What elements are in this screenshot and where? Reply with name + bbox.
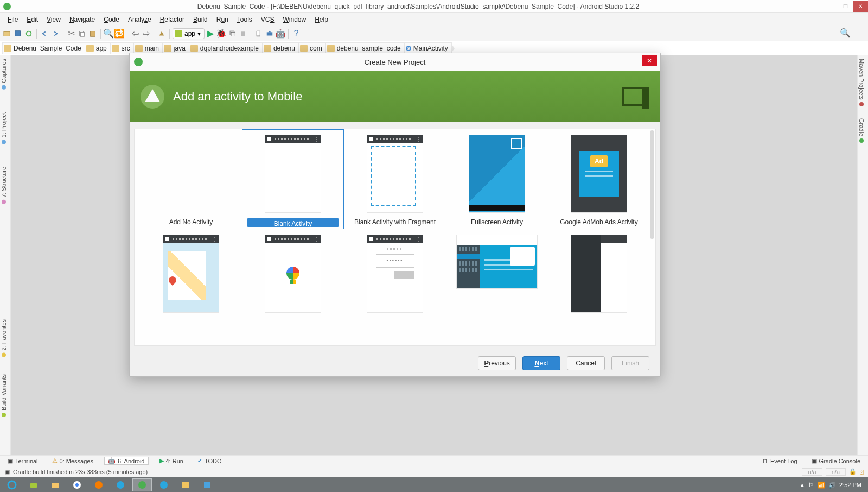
activity-tile-fullscreen[interactable]: Fullscreen Activity xyxy=(446,129,548,229)
menu-window[interactable]: Window xyxy=(278,15,310,24)
bottom-dock: ▣Terminal ⚠0: Messages 🤖6: Android ▶4: R… xyxy=(0,455,868,466)
menu-run[interactable]: Run xyxy=(212,15,233,24)
menu-refactor[interactable]: Refactor xyxy=(156,15,189,24)
folder-icon xyxy=(135,45,143,52)
redo-icon[interactable] xyxy=(50,29,60,39)
tray-network-icon[interactable]: 📶 xyxy=(818,482,825,489)
run-icon[interactable]: ▶ xyxy=(206,29,215,39)
dock-tab-build-variants[interactable]: Build Variants xyxy=(0,371,8,420)
cut-icon[interactable]: ✂ xyxy=(66,29,76,39)
dock-tab-captures[interactable]: Captures xyxy=(0,55,8,93)
taskbar-notes-icon[interactable] xyxy=(176,478,195,491)
undo-icon[interactable] xyxy=(40,29,49,39)
taskbar-firefox-icon[interactable] xyxy=(89,478,108,491)
toggle-toolwindows-icon[interactable]: ▣ xyxy=(4,468,10,475)
paste-icon[interactable] xyxy=(88,29,98,39)
dock-tab-project[interactable]: 1: Project xyxy=(0,109,8,147)
structure-icon xyxy=(2,200,6,204)
menu-code[interactable]: Code xyxy=(99,15,124,24)
menu-navigate[interactable]: Navigate xyxy=(65,15,99,24)
taskbar-android-studio-icon[interactable] xyxy=(132,478,152,491)
taskbar-ie-icon[interactable] xyxy=(2,478,22,491)
find-icon[interactable]: 🔍 xyxy=(104,29,113,39)
activity-tile-nav-drawer[interactable] xyxy=(548,229,650,329)
window-maximize-button[interactable]: ☐ xyxy=(838,1,853,12)
dock-tab-gradle-console[interactable]: ▣Gradle Console xyxy=(808,457,864,464)
project-icon xyxy=(2,140,6,144)
save-all-icon[interactable] xyxy=(13,29,23,39)
svg-rect-4 xyxy=(80,32,84,36)
menu-vcs[interactable]: VCS xyxy=(257,15,279,24)
help-icon[interactable]: ? xyxy=(291,29,301,39)
debug-icon[interactable]: 🐞 xyxy=(216,29,226,39)
make-project-icon[interactable] xyxy=(157,29,167,39)
folder-icon xyxy=(86,45,94,52)
svg-rect-8 xyxy=(267,32,273,35)
run-config-label: app xyxy=(184,30,195,37)
copy-icon[interactable] xyxy=(77,29,87,39)
taskbar-pictures-icon[interactable] xyxy=(197,478,217,491)
taskbar-explorer-icon[interactable] xyxy=(46,478,65,491)
avd-manager-icon[interactable] xyxy=(254,29,264,39)
dock-tab-run[interactable]: ▶4: Run xyxy=(156,457,187,464)
hints-icon[interactable]: ⍰ xyxy=(860,469,864,475)
dock-tab-structure[interactable]: 7: Structure xyxy=(0,163,8,207)
activity-tile-login[interactable]: ⋮•••••• xyxy=(344,229,446,329)
dock-tab-todo[interactable]: ✔TODO xyxy=(194,457,225,464)
back-icon[interactable]: ⇦ xyxy=(130,29,140,39)
dock-tab-maven[interactable]: Maven Projects xyxy=(858,55,865,110)
crumb[interactable]: Debenu_Sample_Code xyxy=(2,42,85,54)
read-only-lock-icon[interactable]: 🔒 xyxy=(849,468,857,475)
status-na-1: n/a xyxy=(802,468,822,476)
run-config-combo[interactable]: app ▾ xyxy=(173,28,205,39)
menu-tools[interactable]: Tools xyxy=(233,15,257,24)
sync-icon[interactable] xyxy=(24,29,34,39)
taskbar-clock[interactable]: 2:52 PM xyxy=(839,482,861,488)
dock-tab-terminal[interactable]: ▣Terminal xyxy=(4,457,41,464)
attach-debugger-icon[interactable]: ⧉ xyxy=(227,29,237,39)
sdk-manager-icon[interactable] xyxy=(265,29,275,39)
window-close-button[interactable]: ✕ xyxy=(853,1,868,12)
activity-tile-master-detail[interactable] xyxy=(446,229,548,329)
taskbar-android-icon[interactable] xyxy=(24,478,43,491)
dock-tab-eventlog[interactable]: 🗒Event Log xyxy=(759,458,801,464)
menu-file[interactable]: File xyxy=(3,15,22,24)
window-minimize-button[interactable]: — xyxy=(822,1,838,12)
cancel-button[interactable]: Cancel xyxy=(567,356,605,370)
folder-icon xyxy=(164,45,171,52)
taskbar-app4-icon[interactable] xyxy=(111,478,130,491)
taskbar-chrome-icon[interactable] xyxy=(67,478,87,491)
menu-help[interactable]: Help xyxy=(310,15,333,24)
search-everywhere-icon[interactable]: 🔍 xyxy=(840,28,851,38)
ad-chip: Ad xyxy=(590,155,608,167)
tray-flag-icon[interactable]: 🏳 xyxy=(808,482,814,488)
tray-up-icon[interactable]: ▲ xyxy=(799,482,805,488)
run-icon: ▶ xyxy=(159,457,164,464)
ddms-icon[interactable]: 🤖 xyxy=(276,29,285,39)
tray-volume-icon[interactable]: 🔊 xyxy=(828,482,836,489)
dialog-close-button[interactable]: ✕ xyxy=(642,55,657,66)
terminal-icon: ▣ xyxy=(8,457,13,464)
activity-tile-blank[interactable]: ⋮ Blank Activity xyxy=(242,129,344,229)
menu-view[interactable]: View xyxy=(42,15,65,24)
open-icon[interactable] xyxy=(2,29,12,39)
activity-tile-no-activity[interactable]: Add No Activity xyxy=(140,129,242,229)
taskbar-app5-icon[interactable] xyxy=(154,478,174,491)
dock-tab-favorites[interactable]: 2: Favorites xyxy=(0,316,8,360)
menu-build[interactable]: Build xyxy=(189,15,212,24)
crumb[interactable]: app xyxy=(85,42,111,54)
activity-tile-blank-fragment[interactable]: ⋮ Blank Activity with Fragment xyxy=(344,129,446,229)
previous-button[interactable]: PPrevious xyxy=(478,356,516,370)
dock-tab-gradle[interactable]: Gradle xyxy=(858,115,865,146)
menu-edit[interactable]: Edit xyxy=(22,15,42,24)
dock-tab-android[interactable]: 🤖6: Android xyxy=(104,457,149,465)
menu-analyze[interactable]: Analyze xyxy=(124,15,156,24)
forward-icon[interactable]: ⇨ xyxy=(141,29,151,39)
activity-tile-maps[interactable]: ⋮ xyxy=(140,229,242,329)
replace-icon[interactable]: 🔁 xyxy=(114,29,124,39)
activity-tile-play-services[interactable]: ⋮ xyxy=(242,229,344,329)
next-button[interactable]: NNext xyxy=(522,356,560,370)
stop-icon[interactable]: ■ xyxy=(238,29,248,39)
activity-tile-admob[interactable]: Ad Google AdMob Ads Activity xyxy=(548,129,650,229)
dock-tab-messages[interactable]: ⚠0: Messages xyxy=(49,457,97,464)
